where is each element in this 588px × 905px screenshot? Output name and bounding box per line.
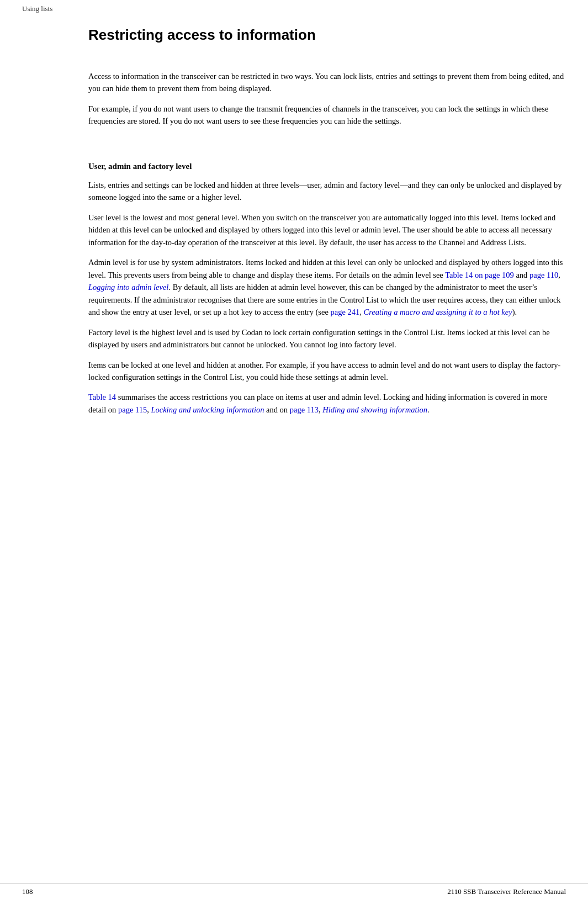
link-page113[interactable]: page 113	[290, 405, 319, 414]
header-bar: Using lists	[0, 0, 588, 15]
link-hiding-showing[interactable]: Hiding and showing information	[322, 405, 427, 414]
section-heading-user-admin: User, admin and factory level	[88, 162, 566, 171]
paragraph-8: Table 14 summarises the access restricti…	[88, 391, 566, 416]
link-table14[interactable]: Table 14	[88, 393, 116, 401]
p8-end: .	[427, 405, 430, 414]
paragraph-5: Admin level is for use by system adminis…	[88, 256, 566, 318]
link-page115[interactable]: page 115	[118, 405, 147, 414]
paragraph-2: For example, if you do not want users to…	[88, 103, 566, 128]
paragraph-1: Access to information in the transceiver…	[88, 70, 566, 95]
p5-end: ).	[512, 308, 517, 316]
footer-product-name: 2110 SSB Transceiver Reference Manual	[447, 887, 566, 896]
link-page241[interactable]: page 241	[330, 308, 359, 316]
content-area: Restricting access to information Access…	[0, 15, 588, 457]
link-logging-admin[interactable]: Logging into admin level	[88, 283, 168, 292]
p5-mid1: and	[514, 271, 529, 279]
p8-mid3: and on	[264, 405, 289, 414]
footer-page-number: 108	[22, 887, 33, 896]
link-creating-macro[interactable]: Creating a macro and assigning it to a h…	[363, 308, 512, 316]
link-table14-p109[interactable]: Table 14 on page 109	[445, 271, 514, 279]
link-page110[interactable]: page 110	[529, 271, 558, 279]
paragraph-6: Factory level is the highest level and i…	[88, 326, 566, 351]
footer-bar: 108 2110 SSB Transceiver Reference Manua…	[0, 883, 588, 896]
paragraph-7: Items can be locked at one level and hid…	[88, 359, 566, 384]
paragraph-4: User level is the lowest and most genera…	[88, 211, 566, 248]
page-title: Restricting access to information	[88, 27, 566, 44]
paragraph-3: Lists, entries and settings can be locke…	[88, 179, 566, 204]
link-locking-unlocking[interactable]: Locking and unlocking information	[151, 405, 264, 414]
p5-mid2: ,	[558, 271, 560, 279]
header-text: Using lists	[22, 4, 52, 13]
page-container: Using lists Restricting access to inform…	[0, 0, 588, 905]
